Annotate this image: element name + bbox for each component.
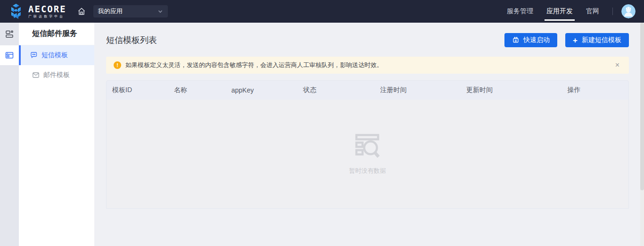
page-title: 短信模板列表: [106, 34, 157, 46]
quick-start-label: 快速启动: [523, 36, 550, 44]
warning-icon: !: [114, 61, 121, 69]
chevron-down-icon: [157, 8, 163, 14]
column-header-template-id: 模板ID: [107, 86, 148, 94]
main-content: 短信模板列表 快速启动 +: [94, 23, 640, 246]
table-empty-state: 暂时没有数据: [107, 100, 628, 208]
navbar-right: 服务管理 应用开发 官网: [500, 0, 644, 23]
home-icon: [77, 7, 86, 16]
sidebar-title: 短信邮件服务: [19, 23, 94, 45]
column-header-appkey: appKey: [213, 86, 272, 94]
top-navbar: AECORE 广联达数字中台 我的应用 服务管理 应用开发 官网: [0, 0, 644, 23]
scrollbar-thumb[interactable]: [640, 23, 644, 190]
sms-template-table: 模板ID 名称 appKey 状态 注册时间 更新时间 操作 暂时没有数据: [106, 80, 629, 209]
icon-rail: [0, 23, 19, 246]
empty-state-text: 暂时没有数据: [349, 167, 386, 175]
aecore-cube-logo-icon: [8, 3, 25, 20]
action-buttons: 快速启动 + 新建短信模板: [504, 33, 629, 47]
column-header-status: 状态: [272, 86, 347, 94]
quick-start-icon: [512, 36, 520, 44]
app-select-value: 我的应用: [98, 7, 123, 16]
nav-divider: [612, 8, 613, 15]
warning-banner-text: 如果模板定义太灵活，发送的内容包含敏感字符，会进入运营商人工审核队列，影响送达时…: [125, 61, 383, 69]
new-sms-template-label: 新建短信模板: [582, 36, 621, 44]
new-sms-template-button[interactable]: + 新建短信模板: [565, 33, 629, 47]
search-list-icon: [353, 133, 383, 161]
quick-start-button[interactable]: 快速启动: [504, 33, 557, 47]
title-row: 短信模板列表 快速启动 +: [106, 33, 629, 47]
vertical-scrollbar: [640, 23, 644, 246]
sidebar-item-mail-template[interactable]: 邮件模板: [19, 65, 94, 85]
column-header-update-time: 更新时间: [439, 86, 520, 94]
nav-link-app-development[interactable]: 应用开发: [546, 0, 573, 23]
sidebar-item-sms-template[interactable]: 短信模板: [19, 45, 94, 65]
app-window-icon: [5, 51, 14, 59]
chat-bubble-icon: [30, 51, 38, 59]
sidebar-item-label: 邮件模板: [43, 71, 70, 79]
nav-link-service-management[interactable]: 服务管理: [507, 0, 533, 23]
warning-banner: ! 如果模板定义太灵活，发送的内容包含敏感字符，会进入运营商人工审核队列，影响送…: [106, 57, 629, 74]
plus-icon: +: [573, 36, 578, 44]
rail-item-app-window[interactable]: [0, 45, 19, 65]
rail-item-dashboard[interactable]: [0, 23, 19, 45]
banner-close-icon[interactable]: ×: [613, 60, 621, 70]
sidebar-item-label: 短信模板: [41, 51, 68, 59]
column-header-register-time: 注册时间: [347, 86, 439, 94]
table-header-row: 模板ID 名称 appKey 状态 注册时间 更新时间 操作: [107, 81, 628, 100]
dashboard-icon: [5, 30, 14, 38]
sidebar: 短信邮件服务 短信模板 邮件模板: [19, 23, 94, 246]
page-body: 短信邮件服务 短信模板 邮件模板: [0, 23, 644, 246]
app-select[interactable]: 我的应用: [93, 5, 168, 17]
envelope-icon: [32, 71, 40, 79]
column-header-name: 名称: [148, 86, 213, 94]
home-button[interactable]: [77, 7, 86, 16]
nav-link-official-site[interactable]: 官网: [586, 0, 599, 23]
brand-title: AECORE: [28, 4, 66, 14]
brand-logo: AECORE 广联达数字中台: [8, 3, 66, 20]
user-avatar[interactable]: [621, 4, 636, 18]
column-header-actions: 操作: [520, 86, 628, 94]
brand-text: AECORE 广联达数字中台: [28, 4, 66, 19]
brand-subtitle: 广联达数字中台: [28, 14, 66, 19]
